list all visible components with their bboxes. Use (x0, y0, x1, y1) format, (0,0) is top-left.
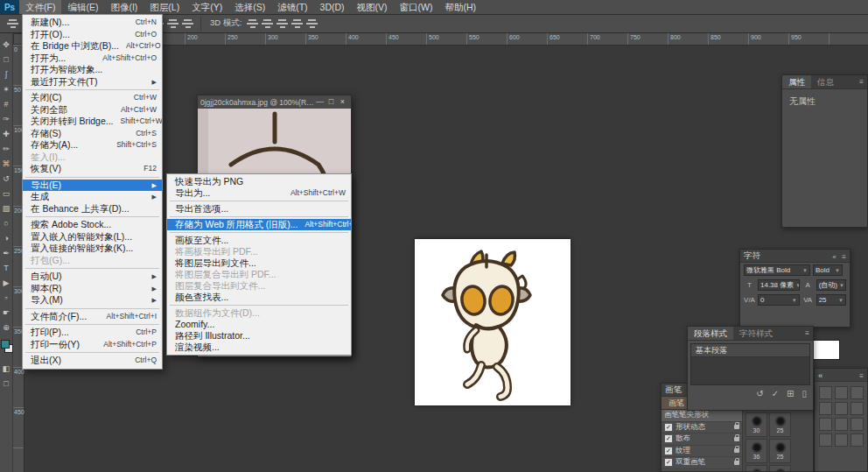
panel-menu-icon[interactable]: ≡ (856, 75, 867, 88)
menu-item[interactable]: 存储(S)Ctrl+S (23, 128, 162, 140)
distribute-right-icon[interactable] (182, 18, 193, 28)
menu-item[interactable]: 关闭(C)Ctrl+W (23, 92, 162, 104)
menu-item[interactable]: 快速导出为 PNG (167, 176, 351, 187)
menubar-item[interactable]: 3D(D) (314, 0, 351, 14)
crop-tool[interactable]: # (0, 97, 13, 112)
lasso-tool[interactable]: ʃ (0, 67, 13, 82)
brush-preset[interactable]: 36 (769, 465, 791, 472)
tab-properties[interactable]: 属性 (782, 75, 811, 88)
preset-thumbnail[interactable] (850, 433, 864, 447)
menubar-item[interactable]: 滤镜(T) (271, 0, 313, 14)
menu-item[interactable]: 将图层导出到文件... (167, 257, 351, 269)
tab-info[interactable]: 信息 (811, 75, 840, 88)
dodge-tool[interactable]: ◑ (0, 231, 13, 246)
menu-item[interactable]: 打开(O)...Ctrl+O (23, 29, 162, 41)
preset-thumbnail[interactable] (850, 402, 864, 415)
menubar-item[interactable]: 选择(S) (228, 0, 271, 14)
preset-thumbnail[interactable] (835, 418, 848, 431)
menu-item[interactable]: 置入链接的智能对象(K)... (23, 243, 162, 255)
brush-preset[interactable]: 25 (769, 412, 791, 437)
menu-item[interactable]: 数据组作为文件(D)... (167, 307, 351, 319)
preset-thumbnail[interactable] (850, 418, 864, 431)
panel-menu-icon[interactable]: ≡ (802, 327, 813, 340)
menu-item[interactable]: 导出为...Alt+Shift+Ctrl+W (167, 187, 351, 199)
history-brush-tool[interactable]: ↺ (0, 172, 13, 187)
brush-tool[interactable]: ✏ (0, 142, 13, 157)
menu-item[interactable]: 导出(E)▶ (23, 180, 162, 192)
photoshop-logo[interactable]: Ps (0, 0, 19, 14)
path-select-tool[interactable]: ▶ (0, 276, 13, 291)
menu-item[interactable]: 颜色查找表... (167, 292, 351, 303)
menu-item[interactable]: 关闭并转到 Bridge...Shift+Ctrl+W (23, 116, 162, 128)
menu-item[interactable]: 生成▶ (23, 191, 162, 203)
minimize-button[interactable]: — (314, 95, 326, 109)
menu-item[interactable]: 打印一份(Y)Alt+Shift+Ctrl+P (23, 339, 162, 351)
redefine-style-icon[interactable]: ✓ (772, 389, 779, 398)
eraser-tool[interactable]: ▭ (0, 187, 13, 201)
brush-preset[interactable]: 36 (746, 439, 767, 463)
font-style-select[interactable]: Bold▼ (813, 264, 843, 276)
menu-item[interactable]: 最近打开文件(T)▶ (23, 76, 162, 88)
menubar-item[interactable]: 帮助(H) (439, 0, 483, 14)
panel-menu-icon[interactable]: ≡ (842, 253, 846, 261)
menu-item[interactable]: 自动(U)▶ (23, 271, 162, 283)
close-button[interactable]: × (337, 95, 348, 109)
menu-item[interactable]: 脚本(R)▶ (23, 283, 162, 295)
menubar-item[interactable]: 文件(F) (19, 0, 61, 14)
menu-item[interactable]: 导入(M)▶ (23, 294, 162, 306)
menubar-item[interactable]: 编辑(E) (61, 0, 104, 14)
shape-tool[interactable]: ▫ (0, 291, 13, 306)
menubar-item[interactable]: 窗口(W) (394, 0, 439, 14)
menu-item[interactable]: 路径到 Illustrator... (167, 330, 351, 342)
checkbox[interactable]: ✓ (664, 423, 673, 432)
character-panel-header[interactable]: 字符 « ≡ (740, 250, 850, 263)
menu-item[interactable]: 导出首选项... (167, 203, 351, 215)
preset-thumbnail[interactable] (819, 402, 832, 415)
leading-select[interactable]: (自动)▼ (816, 279, 846, 291)
preset-thumbnail[interactable] (819, 433, 832, 447)
preset-thumbnail[interactable] (819, 386, 832, 399)
maximize-button[interactable]: □ (326, 95, 337, 109)
3d-drag-icon[interactable] (276, 18, 288, 28)
3d-slide-icon[interactable] (291, 18, 303, 28)
magic-wand-tool[interactable]: ✶ (0, 82, 13, 97)
collapse-icon[interactable]: « (818, 370, 822, 380)
menu-item[interactable]: 图层复合导出到文件... (167, 280, 351, 292)
brush-option-row[interactable]: ✓双重画笔 (662, 457, 742, 469)
preset-thumbnail[interactable] (835, 386, 848, 399)
3d-roll-icon[interactable] (262, 18, 273, 28)
checkbox[interactable]: ✓ (664, 458, 673, 467)
menu-item[interactable]: 存储为 Web 所用格式 (旧版)...Alt+Shift+Ctrl+S (167, 219, 351, 230)
screen-mode-button[interactable]: □ (0, 377, 13, 391)
eyedropper-tool[interactable]: ✑ (0, 112, 13, 127)
kerning-select[interactable]: 0▼ (758, 294, 800, 306)
preset-thumbnail[interactable] (835, 433, 848, 447)
pen-tool[interactable]: ✒ (0, 246, 13, 261)
clear-overrides-icon[interactable]: ↺ (756, 389, 763, 398)
panel-menu-icon[interactable]: ≡ (859, 372, 864, 380)
preset-thumbnail[interactable] (835, 402, 848, 415)
menubar-item[interactable]: 视图(V) (351, 0, 394, 14)
tracking-select[interactable]: 25▼ (816, 294, 846, 306)
menu-item[interactable]: 搜索 Adobe Stock... (23, 219, 162, 231)
menu-item[interactable]: 打开为智能对象... (23, 64, 162, 76)
gradient-tool[interactable]: ▨ (0, 201, 13, 216)
blur-tool[interactable]: ○ (0, 216, 13, 231)
brush-preset[interactable]: 36 (746, 465, 767, 472)
menubar-item[interactable]: 图层(L) (144, 0, 186, 14)
hand-tool[interactable]: ☛ (0, 306, 13, 321)
menu-item[interactable]: 打包(G)... (23, 255, 162, 267)
style-row-basic-paragraph[interactable]: 基本段落 (691, 344, 809, 357)
distribute-horizontal-center-icon[interactable] (167, 18, 178, 28)
menu-item[interactable]: Zoomify... (167, 319, 351, 330)
menu-item[interactable]: 存储为(A)...Shift+Ctrl+S (23, 139, 162, 151)
type-tool[interactable]: T (0, 261, 13, 276)
menubar-item[interactable]: 文字(Y) (186, 0, 228, 14)
menubar-item[interactable]: 图像(I) (104, 0, 144, 14)
collapse-icon[interactable]: « (832, 253, 836, 261)
font-size-select[interactable]: 14.38 像素▼ (758, 279, 800, 291)
menu-item[interactable]: 恢复(V)F12 (23, 163, 162, 175)
brush-option-row[interactable]: ✓纹理 (662, 446, 742, 458)
quick-mask-button[interactable]: ◧ (0, 362, 13, 377)
menu-item[interactable]: 将图层复合导出到 PDF... (167, 269, 351, 280)
